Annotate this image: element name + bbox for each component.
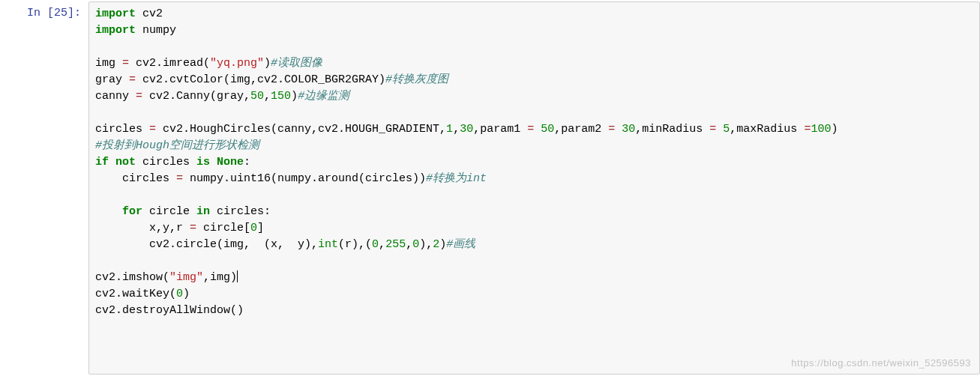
code-line: cv2.circle(img, (x, y),int(r),(0,255,0),… [95,237,973,253]
input-prompt: In [25]: [0,1,88,375]
code-line: import cv2 [95,6,973,22]
notebook-cell: In [25]: import cv2import numpyimg = cv2… [0,0,980,376]
code-line: circles = cv2.HoughCircles(canny,cv2.HOU… [95,121,973,138]
code-line: cv2.destroyAllWindow() [95,303,973,319]
code-line: cv2.imshow("img",img) [95,270,973,286]
code-editor[interactable]: import cv2import numpyimg = cv2.imread("… [88,1,980,375]
prompt-number: [25]: [47,7,81,19]
code-line: canny = cv2.Canny(gray,50,150)#边缘监测 [95,88,973,105]
code-line [95,105,973,121]
code-line: x,y,r = circle[0] [95,220,973,237]
code-line: #投射到Hough空间进行形状检测 [95,138,973,154]
code-line: gray = cv2.cvtColor(img,cv2.COLOR_BGR2GR… [95,72,973,88]
code-line [95,39,973,55]
code-line: img = cv2.imread("yq.png")#读取图像 [95,55,973,72]
code-line: for circle in circles: [95,204,973,220]
code-line: if not circles is None: [95,154,973,171]
watermark-text: https://blog.csdn.net/weixin_52596593 [791,355,971,372]
prompt-in-label: In [27,7,47,19]
code-line: import numpy [95,22,973,39]
code-line [95,253,973,270]
code-line: cv2.waitKey(0) [95,286,973,303]
code-line [95,187,973,204]
code-line: circles = numpy.uint16(numpy.around(circ… [95,171,973,187]
text-cursor [237,270,238,282]
